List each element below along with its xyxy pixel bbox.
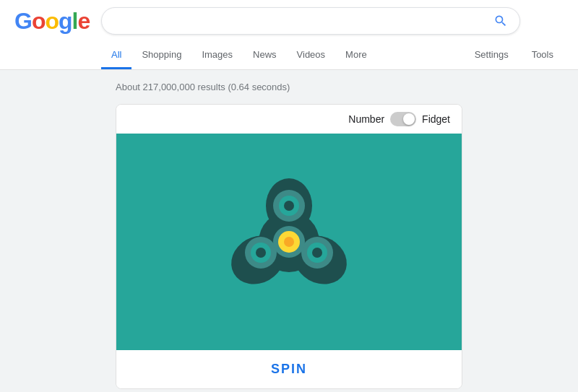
tab-all[interactable]: All	[101, 42, 131, 69]
fidget-spinner[interactable]	[210, 162, 368, 321]
google-logo[interactable]: Google	[14, 8, 90, 35]
spinner-widget: Number Fidget	[116, 104, 462, 389]
tab-news[interactable]: News	[243, 42, 287, 69]
tab-tools[interactable]: Tools	[522, 42, 564, 69]
toggle-fidget-label: Fidget	[422, 113, 450, 125]
tab-more[interactable]: More	[335, 42, 377, 69]
search-bar: spinner	[101, 7, 520, 35]
top-row: Google spinner	[14, 7, 564, 42]
spinner-area[interactable]	[116, 134, 462, 350]
tab-images[interactable]: Images	[191, 42, 243, 69]
mode-toggle[interactable]	[390, 112, 416, 126]
nav-right: Settings Tools	[465, 42, 564, 69]
header: Google spinner All Shopping Images News …	[0, 0, 578, 70]
svg-point-15	[284, 237, 294, 247]
tab-settings[interactable]: Settings	[465, 42, 519, 69]
search-input[interactable]: spinner	[113, 14, 493, 27]
results-count: About 217,000,000 results (0.64 seconds)	[116, 82, 462, 92]
svg-point-12	[312, 248, 322, 258]
widget-header: Number Fidget	[116, 105, 462, 134]
nav-tabs: All Shopping Images News Videos More Set…	[14, 42, 564, 69]
toggle-number-label: Number	[348, 113, 384, 125]
search-button[interactable]	[493, 14, 508, 28]
tab-videos[interactable]: Videos	[287, 42, 336, 69]
svg-point-6	[284, 201, 294, 211]
spin-button[interactable]: SPIN	[271, 362, 307, 377]
main-content: About 217,000,000 results (0.64 seconds)…	[0, 70, 578, 392]
spin-button-area: SPIN	[116, 350, 462, 388]
search-icon	[493, 14, 508, 28]
tab-shopping[interactable]: Shopping	[131, 42, 191, 69]
svg-point-9	[256, 248, 266, 258]
